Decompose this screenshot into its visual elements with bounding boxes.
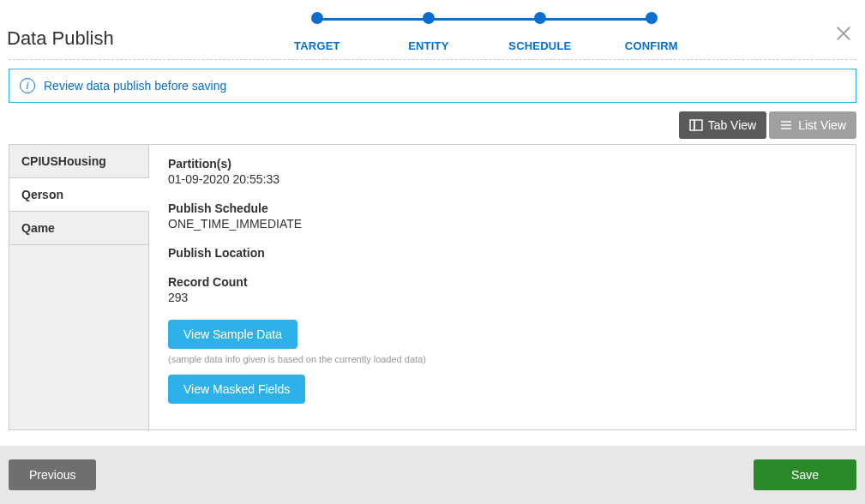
view-sample-data-button[interactable]: View Sample Data	[168, 320, 297, 349]
step-label: ENTITY	[373, 39, 484, 52]
previous-button[interactable]: Previous	[9, 459, 96, 490]
step-dot-icon	[646, 12, 658, 24]
partitions-value: 01-09-2020 20:55:33	[168, 172, 837, 186]
step-label: CONFIRM	[596, 39, 707, 52]
partitions-label: Partition(s)	[168, 157, 837, 171]
info-text: Review data publish before saving	[44, 79, 226, 93]
entity-tab-qame[interactable]: Qame	[9, 212, 148, 245]
step-entity[interactable]: ENTITY	[373, 12, 484, 52]
svg-rect-1	[694, 120, 702, 130]
step-label: TARGET	[261, 39, 373, 52]
entity-tab-list: CPIUSHousing Qerson Qame	[9, 145, 149, 429]
list-view-label: List View	[798, 118, 846, 132]
info-icon: i	[20, 78, 35, 93]
step-schedule[interactable]: SCHEDULE	[484, 12, 596, 52]
close-button[interactable]	[834, 24, 853, 45]
svg-rect-0	[690, 120, 694, 130]
entity-detail-panel: Partition(s) 01-09-2020 20:55:33 Publish…	[149, 145, 856, 429]
view-toggle: Tab View List View	[0, 111, 865, 144]
record-count-value: 293	[168, 291, 837, 304]
footer: Previous Save	[0, 446, 865, 504]
sample-data-hint: (sample data info given is based on the …	[168, 354, 837, 364]
step-confirm[interactable]: CONFIRM	[596, 12, 707, 52]
view-masked-fields-button[interactable]: View Masked Fields	[168, 375, 305, 404]
page-title: Data Publish	[7, 27, 114, 50]
step-dot-icon	[534, 12, 546, 24]
save-button[interactable]: Save	[754, 459, 856, 490]
stepper: TARGET ENTITY SCHEDULE CONFIRM	[114, 9, 855, 52]
publish-location-label: Publish Location	[168, 246, 837, 260]
step-dot-icon	[423, 12, 435, 24]
tab-body: CPIUSHousing Qerson Qame Partition(s) 01…	[9, 144, 856, 430]
list-view-icon	[779, 118, 793, 132]
step-dot-icon	[311, 12, 323, 24]
step-label: SCHEDULE	[484, 39, 596, 52]
publish-schedule-value: ONE_TIME_IMMEDIATE	[168, 217, 837, 231]
divider	[9, 59, 856, 60]
publish-schedule-label: Publish Schedule	[168, 201, 837, 215]
record-count-label: Record Count	[168, 275, 837, 289]
tab-view-label: Tab View	[708, 118, 757, 132]
close-icon	[834, 24, 853, 43]
step-target[interactable]: TARGET	[261, 12, 373, 52]
entity-tab-qerson[interactable]: Qerson	[9, 178, 149, 212]
list-view-button[interactable]: List View	[769, 111, 856, 139]
tab-view-icon	[689, 118, 703, 132]
info-banner: i Review data publish before saving	[9, 69, 856, 103]
entity-tab-cpiushousing[interactable]: CPIUSHousing	[9, 145, 148, 178]
tab-view-button[interactable]: Tab View	[679, 111, 767, 139]
